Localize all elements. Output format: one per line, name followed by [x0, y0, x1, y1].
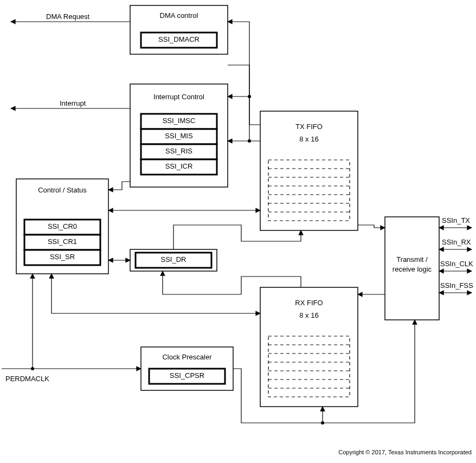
interrupt-reg-1: SSI_MIS [165, 132, 193, 140]
clock-prescaler-reg: SSI_CPSR [170, 371, 204, 380]
ssin-fss-label: SSIn_FSS [440, 281, 473, 290]
data-register-block: SSI_DR [130, 249, 217, 271]
ssin-tx-label: SSIn_TX [442, 216, 470, 224]
ssin-rx-label: SSIn_RX [442, 238, 471, 246]
control-reg-2: SSI_SR [50, 253, 75, 261]
copyright-text: Copyright © 2017, Texas Instruments Inco… [338, 449, 472, 455]
dma-register: SSI_DMACR [158, 35, 200, 43]
tx-fifo-block: TX FIFO 8 x 16 [260, 111, 358, 230]
control-reg-1: SSI_CR1 [48, 237, 77, 246]
data-register-label: SSI_DR [161, 255, 186, 263]
control-status-title: Control / Status [38, 186, 87, 194]
txrx-line2: receive logic [393, 265, 432, 273]
dma-control-title: DMA control [160, 11, 198, 20]
dma-request-label: DMA Request [46, 12, 90, 21]
clock-prescaler-block: Clock Prescaler SSI_CPSR [141, 347, 233, 390]
interrupt-label: Interrupt [60, 99, 86, 107]
interrupt-reg-2: SSI_RIS [165, 147, 192, 155]
control-status-block: Control / Status SSI_CR0 SSI_CR1 SSI_SR [16, 179, 108, 274]
interrupt-control-title: Interrupt Control [153, 93, 204, 101]
txrx-logic-block: Transmit / receive logic [385, 217, 439, 320]
interrupt-reg-3: SSI_ICR [165, 162, 193, 170]
dma-control-block: DMA control SSI_DMACR [130, 5, 228, 54]
ssi-block-diagram: DMA control SSI_DMACR Interrupt Control … [0, 0, 476, 463]
tx-fifo-size: 8 x 16 [299, 135, 318, 143]
rx-fifo-title: RX FIFO [295, 299, 323, 307]
interrupt-control-block: Interrupt Control SSI_IMSC SSI_MIS SSI_R… [130, 84, 228, 187]
ssin-clk-label: SSIn_CLK [440, 260, 473, 268]
rx-fifo-block: RX FIFO 8 x 16 [260, 287, 358, 407]
txrx-line1: Transmit / [396, 255, 428, 263]
clock-prescaler-title: Clock Prescaler [162, 353, 212, 361]
rx-fifo-size: 8 x 16 [299, 311, 318, 319]
perdmaclk-label: PERDMACLK [5, 375, 49, 383]
tx-fifo-title: TX FIFO [295, 123, 323, 131]
control-reg-0: SSI_CR0 [48, 222, 77, 230]
interrupt-reg-0: SSI_IMSC [163, 117, 196, 125]
